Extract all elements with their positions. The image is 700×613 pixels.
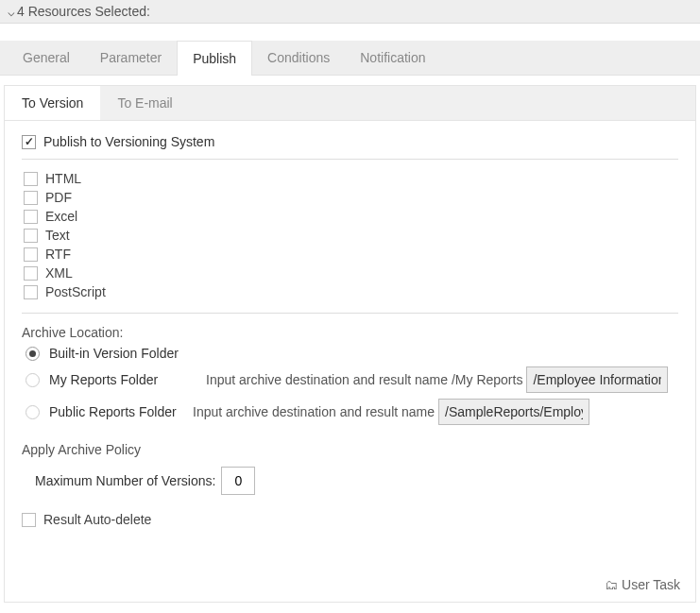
auto-delete-checkbox[interactable]: [22, 513, 36, 527]
format-xml-label: XML: [45, 265, 73, 281]
apply-archive-policy-label: Apply Archive Policy: [22, 442, 678, 457]
format-rtf-label: RTF: [45, 247, 71, 262]
radio-public-reports-label: Public Reports Folder: [49, 404, 189, 419]
publish-versioning-label: Publish to Versioning System: [43, 134, 214, 149]
max-versions-label: Maximum Number of Versions:: [35, 473, 215, 488]
header-title: 4 Resources Selected:: [17, 4, 150, 19]
tab-general[interactable]: General: [8, 41, 85, 75]
main-tabs: General Parameter Publish Conditions Not…: [0, 41, 700, 76]
tab-conditions[interactable]: Conditions: [252, 41, 345, 75]
my-reports-dest-input[interactable]: [526, 366, 668, 393]
radio-public-reports[interactable]: [26, 405, 40, 419]
radio-my-reports[interactable]: [26, 373, 40, 387]
user-task-icon: 🗂: [605, 577, 618, 592]
user-task-label: User Task: [622, 577, 680, 592]
archive-location-label: Archive Location:: [22, 325, 678, 340]
format-excel-checkbox[interactable]: [24, 210, 38, 224]
public-reports-dest-label: Input archive destination and result nam…: [193, 404, 435, 419]
auto-delete-label: Result Auto-delete: [43, 512, 151, 527]
sub-tabs: To Version To E-mail: [4, 85, 696, 121]
tab-parameter[interactable]: Parameter: [85, 41, 177, 75]
my-reports-dest-label: Input archive destination and result nam…: [206, 372, 522, 387]
format-postscript-label: PostScript: [45, 284, 106, 299]
format-xml-checkbox[interactable]: [24, 266, 38, 281]
subtab-to-email[interactable]: To E-mail: [100, 86, 189, 120]
publish-versioning-checkbox[interactable]: [22, 135, 36, 149]
format-excel-label: Excel: [45, 209, 77, 224]
max-versions-input[interactable]: [221, 467, 255, 495]
chevron-down-icon[interactable]: ⌵: [8, 5, 15, 19]
radio-builtin-folder[interactable]: [26, 347, 40, 361]
format-list: HTML PDF Excel Text RTF XML PostScript: [24, 171, 678, 299]
subtab-to-version[interactable]: To Version: [5, 86, 100, 120]
format-text-checkbox[interactable]: [24, 229, 38, 243]
format-rtf-checkbox[interactable]: [24, 247, 38, 262]
format-html-checkbox[interactable]: [24, 172, 38, 186]
user-task-link[interactable]: 🗂 User Task: [605, 577, 680, 592]
format-text-label: Text: [45, 228, 70, 243]
tab-notification[interactable]: Notification: [345, 41, 440, 75]
radio-my-reports-label: My Reports Folder: [49, 372, 189, 387]
format-pdf-label: PDF: [45, 190, 72, 205]
tab-publish[interactable]: Publish: [177, 41, 252, 76]
format-postscript-checkbox[interactable]: [24, 285, 38, 299]
public-reports-dest-input[interactable]: [438, 399, 589, 425]
radio-builtin-label: Built-in Version Folder: [49, 346, 179, 361]
format-pdf-checkbox[interactable]: [24, 191, 38, 205]
format-html-label: HTML: [45, 171, 81, 186]
